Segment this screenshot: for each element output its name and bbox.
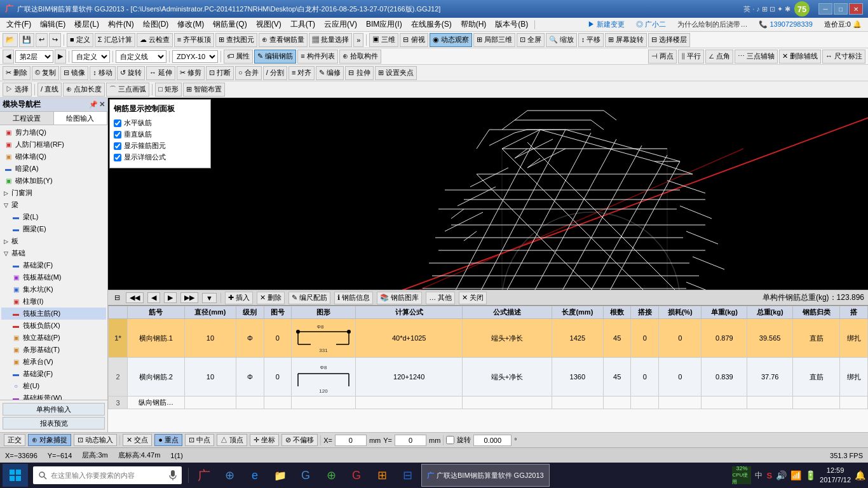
steel-info-btn[interactable]: ℹ 钢筋信息 xyxy=(334,292,373,304)
cell-grade[interactable]: Φ xyxy=(236,319,264,358)
nav-next-btn[interactable]: ▶ xyxy=(164,292,177,303)
tb-two-point[interactable]: ⊣ 两点 xyxy=(648,50,677,64)
nav-tab-draw[interactable]: 绘图输入 xyxy=(54,112,108,125)
menu-file[interactable]: 文件(F) xyxy=(3,18,35,31)
tb-define[interactable]: ■ 定义 xyxy=(67,33,93,47)
menu-online[interactable]: 在线服务(S) xyxy=(407,18,456,31)
dynamic-input-btn[interactable]: ⊡ 动态输入 xyxy=(74,434,117,446)
single-component-btn[interactable]: 单构件输入 xyxy=(3,403,105,416)
table-scroll[interactable]: 筋号 直径(mm) 级别 图号 图形 计算公式 公式描述 长度(mm) 根数 搭… xyxy=(108,306,868,432)
cell-count[interactable] xyxy=(603,396,631,409)
tree-raft-neg-bar[interactable]: ▬ 筏板负筋(X) xyxy=(1,320,106,332)
tb-undo[interactable]: ↩ xyxy=(36,33,48,47)
cell-lap[interactable] xyxy=(631,396,659,409)
tree-independent-found[interactable]: ▣ 独立基础(P) xyxy=(1,332,106,344)
menu-gx2[interactable]: ◎ 广小二 xyxy=(632,18,670,30)
cell-jin-hao[interactable]: 横向钢筋.2 xyxy=(128,358,185,396)
tree-found-slab-strip[interactable]: ▬ 基础板带(W) xyxy=(1,392,106,400)
cell-type[interactable]: 直筋 xyxy=(793,319,840,358)
col-count[interactable]: 根数 xyxy=(603,306,631,319)
tb-dimension[interactable]: ↔ 尺寸标注 xyxy=(822,50,865,64)
rebar-horizontal-checkbox[interactable] xyxy=(114,119,121,127)
tree-raft-found[interactable]: ▣ 筏板基础(M) xyxy=(1,271,106,283)
tree-ring-beam[interactable]: ▬ 圈梁(E) xyxy=(1,223,106,235)
col-lap[interactable]: 搭接 xyxy=(631,306,659,319)
vertex-btn[interactable]: △ 顶点 xyxy=(217,434,247,446)
rebar-check-formula[interactable]: 显示详细公式 xyxy=(114,152,207,162)
tb-layer-prev[interactable]: ◀ xyxy=(3,50,14,64)
cell-loss[interactable] xyxy=(658,396,702,409)
tree-shear-wall[interactable]: ▣ 剪力墙(Q) xyxy=(1,126,106,139)
tb-split[interactable]: / 分割 xyxy=(263,66,287,80)
close-table-btn[interactable]: ✕ 关闭 xyxy=(459,292,487,304)
cell-unit-weight[interactable]: 0.879 xyxy=(702,319,747,358)
tray-notification-icon[interactable]: 🔔 xyxy=(855,470,865,480)
start-button[interactable] xyxy=(3,464,28,487)
no-offset-btn[interactable]: ⊘ 不偏移 xyxy=(281,434,318,446)
tree-masonry-wall[interactable]: ▣ 砌体墙(Q) xyxy=(1,151,106,163)
cell-length[interactable]: 1425 xyxy=(552,319,603,358)
taskbar-ggj-icon[interactable]: 广 xyxy=(193,464,215,487)
other-btn[interactable]: … 其他 xyxy=(426,292,455,304)
col-total-weight[interactable]: 总重(kg) xyxy=(747,306,793,319)
col-jin-hao[interactable]: 筋号 xyxy=(128,306,185,319)
cell-loss[interactable]: 0 xyxy=(658,319,702,358)
intersect-btn[interactable]: ✕ 交点 xyxy=(123,434,152,446)
tb-open[interactable]: 📂 xyxy=(3,33,18,47)
nav-down-btn[interactable]: ▼ xyxy=(202,293,217,303)
cell-length[interactable]: 1360 xyxy=(552,358,603,396)
tb-redo[interactable]: ↪ xyxy=(49,33,61,47)
tb-line[interactable]: / 直线 xyxy=(37,83,62,97)
tree-masonry-rebar[interactable]: ▣ 砌体加筋(Y) xyxy=(1,175,106,187)
tree-beam[interactable]: ▽ 梁 xyxy=(1,199,106,211)
tb-delete-axis[interactable]: ✕ 删除辅线 xyxy=(779,50,821,64)
menu-bim[interactable]: BIM应用(I) xyxy=(362,18,406,31)
zdyx-select[interactable]: ZDYX-10 xyxy=(172,50,218,63)
tb-total[interactable]: Σ 汇总计算 xyxy=(95,33,135,47)
cell-description[interactable] xyxy=(463,396,552,409)
cell-loss[interactable]: 0 xyxy=(658,358,702,396)
delete-row-btn[interactable]: ✕ 删除 xyxy=(257,292,285,304)
cell-count[interactable]: 45 xyxy=(603,358,631,396)
cell-unit-weight[interactable]: 0.839 xyxy=(702,358,747,396)
rebar-check-horizontal[interactable]: 水平纵筋 xyxy=(114,118,207,128)
slab-arrow[interactable]: ▷ xyxy=(4,238,10,245)
cell-grade[interactable] xyxy=(236,396,264,409)
rebar-stirrup-checkbox[interactable] xyxy=(114,142,121,150)
taskbar-search-input[interactable] xyxy=(51,471,165,479)
menu-floor[interactable]: 楼层(L) xyxy=(71,18,103,31)
table-row[interactable]: 3 纵向钢筋… xyxy=(109,396,868,409)
menu-help[interactable]: 帮助(H) xyxy=(457,18,491,31)
tb-copy[interactable]: © 复制 xyxy=(32,66,59,80)
tb-extend[interactable]: ↔ 延伸 xyxy=(146,66,175,80)
rotate-input[interactable] xyxy=(473,435,512,446)
menu-cloud[interactable]: 云应用(V) xyxy=(320,18,361,31)
col-grade[interactable]: 级别 xyxy=(236,306,264,319)
tb-3d[interactable]: ▣ 三维 xyxy=(369,33,398,47)
tb-screen-rotate[interactable]: ⊞ 屏幕旋转 xyxy=(605,33,647,47)
system-clock[interactable]: 12:59 2017/7/12 xyxy=(820,466,851,485)
nav-tabs[interactable]: 工程设置 绘图输入 xyxy=(0,112,107,125)
col-formula[interactable]: 计算公式 xyxy=(356,306,463,319)
cell-shape-num[interactable]: 0 xyxy=(264,319,292,358)
rotate-checkbox[interactable] xyxy=(446,436,454,444)
search-bar[interactable] xyxy=(33,466,182,484)
taskbar-chrome-icon[interactable]: G xyxy=(294,464,317,487)
tb-smart-place[interactable]: ⊞ 智能布置 xyxy=(183,83,225,97)
tb-property[interactable]: 🏷 属性 xyxy=(224,50,253,64)
cell-jin-hao[interactable]: 纵向钢筋… xyxy=(128,396,185,409)
tb-mirror[interactable]: ⊟ 镜像 xyxy=(60,66,88,80)
col-diameter[interactable]: 直径(mm) xyxy=(184,306,236,319)
taskbar-explorer-icon[interactable]: 📁 xyxy=(269,464,292,487)
tb-zoom[interactable]: 🔍 缩放 xyxy=(546,33,577,47)
close-button[interactable]: ✕ xyxy=(849,3,863,15)
tb-select-floor[interactable]: ⊟ 选择楼层 xyxy=(648,33,690,47)
maximize-button[interactable]: □ xyxy=(834,3,848,15)
x-input[interactable] xyxy=(335,435,367,446)
cell-type[interactable]: 直筋 xyxy=(793,358,840,396)
tree-civil-defense-wall[interactable]: ▣ 人防门框墙(RF) xyxy=(1,139,106,151)
cell-shape-num[interactable] xyxy=(264,396,292,409)
menu-edit[interactable]: 编辑(E) xyxy=(36,18,69,31)
tree-door-window[interactable]: ▷ 门窗洞 xyxy=(1,187,106,199)
tree-sump[interactable]: ▣ 集水坑(K) xyxy=(1,283,106,295)
